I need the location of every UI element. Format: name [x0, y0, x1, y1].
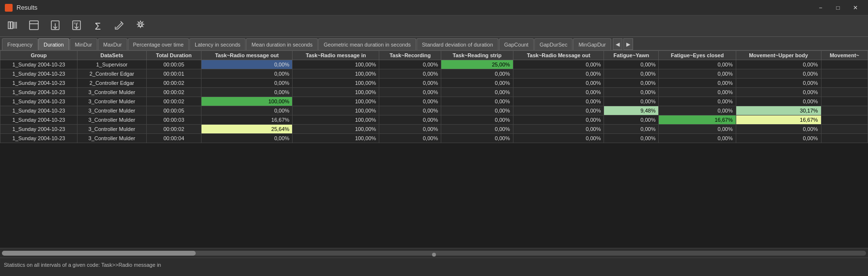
table-cell: 1_Sunday 2004-10-23 — [0, 125, 78, 134]
tab-mean-duration[interactable]: Mean duration in seconds — [246, 38, 318, 50]
table-cell: 100,00% — [293, 69, 379, 79]
table-cell: 0,00% — [659, 106, 736, 115]
table-cell: 0,00% — [659, 60, 736, 69]
table-cell — [821, 79, 868, 88]
table-cell: 25,64% — [201, 125, 292, 134]
table-cell: 0,00% — [379, 60, 441, 69]
table-cell: 00:00:01 — [146, 69, 201, 79]
table-row: 1_Sunday 2004-10-233_Controller Mulder00… — [0, 106, 868, 115]
table-cell: 30,17% — [736, 106, 821, 115]
table-cell: 1_Supervisor — [77, 60, 146, 69]
col-group: Group — [0, 51, 78, 60]
table-cell: 3_Controller Mulder — [77, 88, 146, 97]
export-pdf-button[interactable] — [46, 18, 64, 34]
tab-next-button[interactable]: ▶ — [623, 38, 633, 50]
table-cell: 2_Controller Edgar — [77, 69, 146, 79]
table-cell: 00:00:05 — [146, 60, 201, 69]
sigma-icon: Σ — [95, 21, 101, 31]
table-cell: 0,00% — [441, 97, 513, 106]
table-cell: 0,00% — [604, 69, 659, 79]
tab-gapdursec[interactable]: GapDurSec — [534, 38, 573, 50]
table-cell: 0,00% — [659, 88, 736, 97]
layout-icon — [29, 20, 39, 32]
table-cell: 1_Sunday 2004-10-23 — [0, 134, 78, 143]
table-cell: 0,00% — [659, 125, 736, 134]
scroll-indicator-dot — [432, 253, 436, 257]
table-cell — [821, 115, 868, 125]
tab-std-dev[interactable]: Standard deviation of duration — [417, 38, 498, 50]
tab-gapcount[interactable]: GapCount — [499, 38, 534, 50]
status-text: Statistics on all intervals of a given c… — [4, 262, 161, 268]
table-cell: 0,00% — [441, 88, 513, 97]
table-cell: 0,00% — [379, 79, 441, 88]
table-cell — [821, 60, 868, 69]
table-cell: 100,00% — [293, 60, 379, 69]
table-cell: 1_Sunday 2004-10-23 — [0, 97, 78, 106]
export-xls-button[interactable]: XLS — [68, 18, 85, 34]
table-cell — [821, 125, 868, 134]
table-cell: 3_Controller Mulder — [77, 97, 146, 106]
results-table-container[interactable]: Group DataSets Total Duration Task~Radio… — [0, 50, 868, 248]
table-cell: 0,00% — [513, 106, 604, 115]
maximize-button[interactable]: □ — [830, 3, 846, 13]
table-cell: 00:00:03 — [146, 115, 201, 125]
col-task-recording: Task~Recording — [379, 51, 441, 60]
table-cell: 0,00% — [201, 79, 292, 88]
table-row: 1_Sunday 2004-10-231_Supervisor00:00:050… — [0, 60, 868, 69]
tab-frequency[interactable]: Frequency — [2, 38, 38, 50]
tab-latency[interactable]: Latency in seconds — [189, 38, 246, 50]
col-task-radio-msg-out: Task~Radio Message out — [513, 51, 604, 60]
col-task-radio-in: Task~Radio message in — [293, 51, 379, 60]
edit-button[interactable] — [110, 18, 128, 34]
tab-mindur[interactable]: MinDur — [70, 38, 97, 50]
table-cell: 00:00:02 — [146, 97, 201, 106]
stats-button[interactable]: Σ — [89, 18, 107, 34]
table-cell: 1_Sunday 2004-10-23 — [0, 88, 78, 97]
svg-point-13 — [139, 24, 142, 27]
table-cell: 1_Sunday 2004-10-23 — [0, 106, 78, 115]
table-cell: 0,00% — [604, 134, 659, 143]
tab-duration[interactable]: Duration — [38, 38, 69, 50]
toolbar: XLS Σ — [0, 16, 868, 37]
window-title: Results — [16, 4, 37, 11]
table-cell: 0,00% — [736, 79, 821, 88]
minimize-button[interactable]: − — [813, 3, 828, 13]
table-cell: 100,00% — [293, 97, 379, 106]
table-cell: 0,00% — [441, 115, 513, 125]
table-cell: 100,00% — [293, 125, 379, 134]
table-cell: 0,00% — [441, 79, 513, 88]
tab-maxdur[interactable]: MaxDur — [98, 38, 127, 50]
scrollbar-thumb[interactable] — [2, 251, 196, 256]
table-cell: 0,00% — [201, 88, 292, 97]
table-cell: 100,00% — [293, 115, 379, 125]
close-button[interactable]: ✕ — [848, 3, 863, 13]
status-bar: Statistics on all intervals of a given c… — [0, 258, 868, 271]
app-icon — [5, 4, 13, 12]
tab-prev-button[interactable]: ◀ — [613, 38, 622, 50]
table-cell: 0,00% — [604, 60, 659, 69]
split-view-button[interactable] — [4, 18, 21, 34]
table-cell: 0,00% — [441, 69, 513, 79]
table-cell: 0,00% — [604, 125, 659, 134]
scroll-container — [2, 251, 866, 256]
col-fatigue-eyes: Fatigue~Eyes closed — [659, 51, 736, 60]
table-cell: 100,00% — [293, 88, 379, 97]
col-total-duration: Total Duration — [146, 51, 201, 60]
table-cell: 0,00% — [379, 97, 441, 106]
table-cell: 0,00% — [604, 115, 659, 125]
table-cell: 0,00% — [736, 97, 821, 106]
tab-geo-mean[interactable]: Geometric mean duration in seconds — [318, 38, 416, 50]
tab-mingapdur[interactable]: MinGapDur — [573, 38, 611, 50]
tab-percentage[interactable]: Percentage over time — [128, 38, 189, 50]
results-table: Group DataSets Total Duration Task~Radio… — [0, 50, 868, 143]
window-controls: − □ ✕ — [813, 3, 863, 13]
table-cell: 3_Controller Mulder — [77, 125, 146, 134]
settings-button[interactable] — [132, 18, 149, 34]
table-cell: 16,67% — [201, 115, 292, 125]
table-cell: 3_Controller Mulder — [77, 106, 146, 115]
table-cell: 0,00% — [379, 134, 441, 143]
table-cell: 100,00% — [201, 97, 292, 106]
layout-button[interactable] — [25, 18, 43, 34]
table-cell: 0,00% — [201, 134, 292, 143]
horizontal-scrollbar-area[interactable] — [0, 248, 868, 258]
